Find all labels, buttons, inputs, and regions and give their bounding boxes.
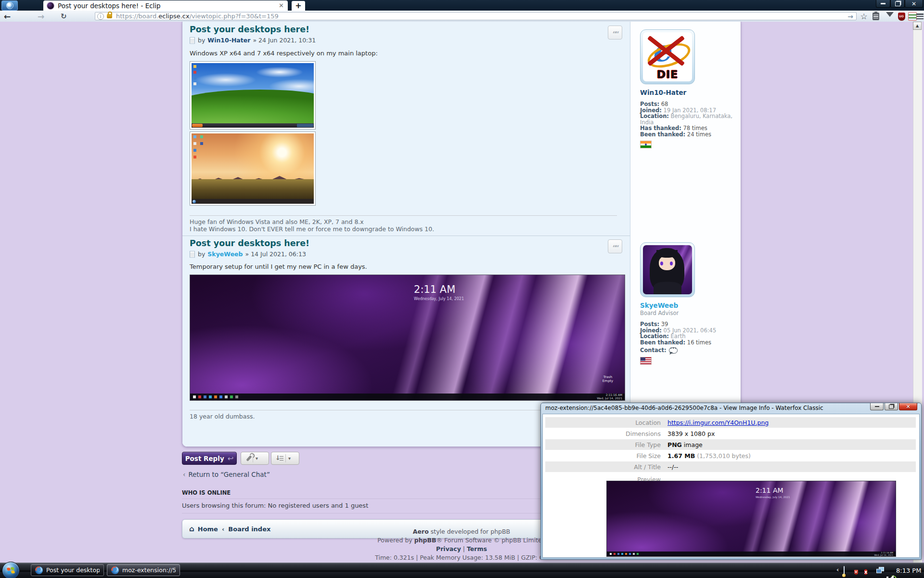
post-byline: by Win10-Hater » 24 Jun 2021, 10:31 xyxy=(190,37,316,44)
who-is-online-body: Users browsing this forum: No registered… xyxy=(182,502,368,509)
desktop: { "browser": { "tab_title": "Post your d… xyxy=(0,0,924,578)
post-reply-button[interactable]: Post Reply↩ xyxy=(182,452,237,465)
info-row-file-size: File Size 1.67 MB (1,753,010 bytes) xyxy=(545,450,916,461)
post-icon[interactable] xyxy=(190,37,195,44)
minimize-icon xyxy=(875,406,879,407)
dialog-minimize-button[interactable] xyxy=(870,403,884,410)
attachment-image-purple-desktop[interactable]: 2:11 AM Wednesday, July 14, 2021 Trash E… xyxy=(190,275,625,401)
url-bar[interactable]: i https://board.eclipse.cx/viewtopic.php… xyxy=(95,12,857,20)
trash-icon-label: Trash Empty xyxy=(600,375,616,383)
refresh-button[interactable]: ↻ xyxy=(61,11,67,22)
window-restore-button[interactable] xyxy=(890,0,905,8)
signature-divider xyxy=(190,215,617,216)
forward-button[interactable]: → xyxy=(38,11,44,22)
chevron-left-icon: ‹ xyxy=(183,471,185,478)
clipboard-icon xyxy=(873,13,879,20)
ie-die-avatar: e DIE xyxy=(643,32,692,81)
sort-display-button[interactable]: ▾ xyxy=(271,452,299,465)
user-rank: Board Advisor xyxy=(640,310,734,316)
info-row-location: Location https://i.imgur.com/Y4OnH1U.png xyxy=(545,417,916,428)
chevron-down-icon[interactable]: ▾ xyxy=(288,456,291,461)
screenshot-tray-clock: 2:11:16 AMWed, Jul 14, 2021 xyxy=(597,394,622,400)
pm-speech-bubble-icon[interactable] xyxy=(669,347,678,354)
eclipse-favicon xyxy=(47,2,54,9)
post-title[interactable]: Post your desktops here! xyxy=(190,238,309,248)
post-signature: Huge fan of Windows Vista and also ME, 2… xyxy=(190,218,434,233)
network-tray-icon[interactable] xyxy=(876,566,884,574)
tray-expand-chevron[interactable]: ‹ xyxy=(836,566,839,573)
avatar[interactable]: e DIE xyxy=(640,29,695,84)
purple-desktop-preview: 2:11 AM Wednesday, July 14, 2021 2:11:16… xyxy=(607,481,896,556)
desktop-icons xyxy=(193,65,196,68)
post-body: Windows XP x64 and 7 x64 respectively on… xyxy=(190,50,378,57)
screenshot-taskbar-icons xyxy=(193,395,196,398)
minimize-icon xyxy=(881,3,886,4)
window-minimize-button[interactable] xyxy=(876,0,890,8)
tab-close-icon[interactable]: ✕ xyxy=(279,2,284,9)
view-image-info-dialog[interactable]: moz-extension://5ac4e085-bb9e-40d6-a0d6-… xyxy=(540,403,922,560)
reading-list-icon[interactable] xyxy=(871,12,881,21)
red-x-tray-icon[interactable]: x xyxy=(864,566,872,574)
attachment-image-win7[interactable] xyxy=(190,131,316,206)
start-button[interactable] xyxy=(2,562,20,578)
sort-icon xyxy=(275,455,284,462)
page-info-icon[interactable]: i xyxy=(97,13,104,20)
taskbar-button-image-info[interactable]: moz-extension://5a... xyxy=(107,564,180,576)
back-button[interactable]: ← xyxy=(4,11,11,22)
info-row-dimensions: Dimensions 3839 x 1080 px xyxy=(545,428,916,439)
taskbar-button-forum[interactable]: Post your desktops ... xyxy=(31,564,104,576)
author-link[interactable]: SkyeWeeb xyxy=(207,250,243,258)
username-link[interactable]: Win10-Hater xyxy=(640,89,734,96)
win7-desktop-thumbnail xyxy=(192,133,314,204)
wrench-icon xyxy=(246,455,252,461)
india-flag-icon xyxy=(640,141,652,148)
browser-tab[interactable]: Post your desktops here! - Eclip ✕ xyxy=(43,0,288,11)
avatar[interactable] xyxy=(640,242,695,297)
new-tab-button[interactable]: + xyxy=(292,1,305,11)
author-link[interactable]: Win10-Hater xyxy=(207,37,250,44)
win7-taskbar xyxy=(192,199,314,204)
dialog-content: Location https://i.imgur.com/Y4OnH1U.png… xyxy=(542,414,920,558)
topic-tools-button[interactable]: ▾ xyxy=(241,452,269,465)
url-text[interactable]: https://board.eclipse.cx/viewtopic.php?f… xyxy=(116,13,847,20)
privacy-link[interactable]: Privacy xyxy=(436,545,461,552)
reply-arrow-icon: ↩ xyxy=(228,454,234,463)
username-link[interactable]: SkyeWeeb xyxy=(640,302,734,309)
purple-desktop-screenshot: 2:11 AM Wednesday, July 14, 2021 Trash E… xyxy=(190,275,625,400)
shield-icon xyxy=(898,13,905,21)
image-location-link[interactable]: https://i.imgur.com/Y4OnH1U.png xyxy=(667,419,769,426)
screenshot-clock: 2:11 AM Wednesday, July 14, 2021 xyxy=(756,486,790,499)
restore-icon xyxy=(895,1,900,6)
windows-update-tray-icon[interactable] xyxy=(844,566,851,574)
volume-tray-icon[interactable] xyxy=(886,574,894,578)
quote-button[interactable] xyxy=(608,26,622,39)
menu-button[interactable] xyxy=(915,12,924,21)
window-close-button[interactable]: ✕ xyxy=(905,0,923,8)
dialog-close-button[interactable]: ✕ xyxy=(899,403,917,410)
phpbb-link[interactable]: phpBB xyxy=(414,537,436,544)
terms-link[interactable]: Terms xyxy=(467,545,487,552)
post-separator xyxy=(182,236,630,236)
taskbar-clock[interactable]: 8:13 PM xyxy=(896,567,921,574)
bookmark-star-icon[interactable]: ☆ xyxy=(859,12,869,21)
dialog-maximize-button[interactable] xyxy=(885,403,898,410)
scrollbar-up-button[interactable]: ▲ xyxy=(913,22,922,30)
return-to-forum-link[interactable]: ‹Return to “General Chat” xyxy=(183,471,270,478)
go-arrow-icon[interactable]: → xyxy=(847,13,853,20)
post-icon[interactable] xyxy=(190,251,195,258)
waterfox-app-button[interactable] xyxy=(1,0,18,11)
downloads-button[interactable] xyxy=(885,12,895,21)
image-preview[interactable]: 2:11 AM Wednesday, July 14, 2021 2:11:16… xyxy=(606,481,896,557)
security-alert-tray-icon[interactable]: ✕ xyxy=(854,566,862,574)
desktop-icons xyxy=(193,135,196,138)
screenshot-taskbar: 2:11:16 AMWed, Jul 14, 2021 xyxy=(607,552,896,556)
ublock-origin-icon[interactable] xyxy=(897,12,906,21)
waterfox-icon xyxy=(35,566,43,574)
quote-button[interactable] xyxy=(608,239,622,253)
chevron-down-icon[interactable]: ▾ xyxy=(256,456,258,461)
info-row-alt-title: Alt / Title --/-- xyxy=(545,461,916,472)
post-body: Temporary setup for until I get my new P… xyxy=(190,263,367,270)
attachment-image-xp[interactable] xyxy=(190,61,316,130)
post-title[interactable]: Post your desktops here! xyxy=(190,25,309,34)
profile-row: Been thanked: 24 times xyxy=(640,131,734,138)
